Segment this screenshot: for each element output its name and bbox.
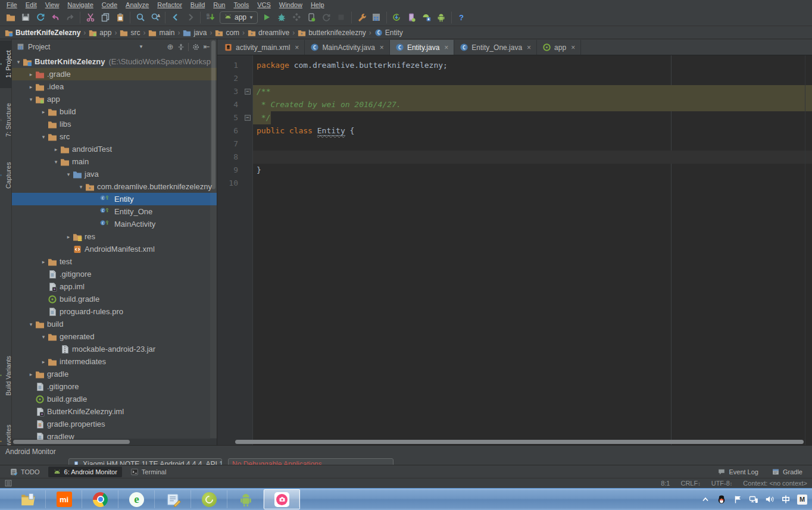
tree-row-build[interactable]: ▸build (12, 105, 217, 118)
editor-tab-entity-one-java[interactable]: CEntity_One.java× (454, 40, 537, 55)
tool-window-button-terminal[interactable]: Terminal (126, 467, 171, 477)
tree-row-app-iml[interactable]: app.iml (12, 280, 217, 293)
code-line-5[interactable]: */ (253, 111, 812, 124)
synchronize-button[interactable] (33, 11, 48, 24)
stripe-tab-7-structure[interactable]: 7: Structure (0, 90, 12, 150)
tree-row-idea[interactable]: ▸.idea (12, 80, 217, 93)
menu-item-edit[interactable]: Edit (21, 1, 41, 8)
tree-collapse-icon[interactable]: ▸ (39, 109, 48, 115)
tree-row-generated[interactable]: ▾generated (12, 330, 217, 343)
tree-row-gitignore[interactable]: .gitignore (12, 380, 217, 393)
tree-row-gradle[interactable]: ▸.gradle (12, 68, 217, 80)
taskbar-button-android-device-monitor[interactable] (227, 489, 264, 510)
tree-expand-icon[interactable]: ▾ (27, 321, 35, 327)
tree-row-app[interactable]: ▾app (12, 93, 217, 105)
tree-row-gradle-properties[interactable]: gradle.properties (12, 418, 217, 430)
tree-row-gradle[interactable]: ▸gradle (12, 368, 217, 380)
device-selector-dropdown[interactable]: Xiaomi HM NOTE 1LTE Android 4.4.4, API 1… (68, 458, 222, 465)
nav-back-button[interactable] (168, 11, 183, 24)
tree-expand-icon[interactable]: ▾ (39, 134, 48, 140)
stripe-tab-captures[interactable]: Captures (0, 152, 12, 199)
tree-collapse-icon[interactable]: ▸ (27, 71, 35, 77)
tree-expand-icon[interactable]: ▾ (27, 96, 35, 102)
tree-row-mockable-android-23-jar[interactable]: mockable-android-23.jar (12, 343, 217, 355)
menu-item-window[interactable]: Window (275, 1, 307, 8)
breadcrumb-item-entity[interactable]: CEntity (374, 29, 403, 37)
help-button[interactable]: ? (454, 11, 469, 24)
tray-ime-mode-icon[interactable]: M (797, 495, 807, 505)
close-icon[interactable]: × (295, 43, 299, 52)
editor-tab-entity-java[interactable]: CEntity.java× (390, 40, 454, 55)
device-monitor-button[interactable] (434, 11, 449, 24)
tree-row-proguard-rules-pro[interactable]: proguard-rules.pro (12, 305, 217, 318)
scroll-to-source-icon[interactable]: ⊕ (165, 42, 176, 52)
attach-debugger-button[interactable] (304, 11, 319, 24)
code-line-4[interactable]: * Created by wei on 2016/4/27. (253, 98, 812, 111)
menu-item-tools[interactable]: Tools (229, 1, 253, 8)
editor-tab-activity-main-xml[interactable]: activity_main.xml× (218, 40, 305, 55)
copy-button[interactable] (98, 11, 113, 24)
taskbar-button-notepad[interactable] (155, 489, 191, 510)
project-structure-button[interactable] (369, 11, 384, 24)
tree-row-libs[interactable]: libs (12, 118, 217, 130)
menu-item-help[interactable]: Help (307, 1, 329, 8)
tree-row-build[interactable]: ▾build (12, 318, 217, 330)
cut-button[interactable] (83, 11, 98, 24)
tree-row-intermediates[interactable]: ▸intermediates (12, 355, 217, 368)
encoding-selector[interactable]: UTF-8↕ (711, 480, 733, 487)
tree-collapse-icon[interactable]: ▸ (64, 234, 73, 240)
process-selector-dropdown[interactable]: No Debuggable Applications (228, 458, 393, 465)
tray-action-center-icon[interactable] (733, 495, 742, 504)
code-line-3[interactable]: /** (253, 85, 812, 98)
tree-row-androidtest[interactable]: ▸androidTest (12, 143, 217, 155)
tree-row-androidmanifest-xml[interactable]: AndroidManifest.xml (12, 243, 217, 255)
sdk-manager-button[interactable] (419, 11, 434, 24)
tree-collapse-icon[interactable]: ▸ (27, 371, 35, 377)
sync-gradle-button[interactable] (389, 11, 404, 24)
code-line-1[interactable]: package com.dreamlive.butterknifezelezny… (253, 59, 812, 72)
tree-row-entity-one[interactable]: CEntity_One (12, 205, 217, 218)
breadcrumb-item-butterknifezelezny[interactable]: ButterKnifeZelezny (5, 29, 80, 37)
tree-row-butterknifezelezny[interactable]: ▾ButterKnifeZelezny(E:\StudioWorkSpace\W… (12, 55, 217, 68)
project-tree-horizontal-scrollbar[interactable] (12, 439, 217, 445)
tray-qq-icon[interactable] (717, 495, 726, 504)
code-line-9[interactable]: } (253, 164, 812, 177)
menu-item-navigate[interactable]: Navigate (63, 1, 97, 8)
taskbar-button-sogou-browser[interactable]: e (118, 489, 155, 510)
debug-button[interactable] (274, 11, 289, 24)
editor-tab-mainactivity-java[interactable]: CMainActivity.java× (305, 40, 390, 55)
close-icon[interactable]: × (380, 43, 384, 52)
close-icon[interactable]: × (527, 43, 531, 52)
menu-item-analyze[interactable]: Analyze (121, 1, 153, 8)
tree-row-gitignore[interactable]: .gitignore (12, 268, 217, 280)
settings-button[interactable] (354, 11, 369, 24)
line-separator-selector[interactable]: CRLF↕ (680, 480, 700, 487)
breadcrumb-item-app[interactable]: app (89, 29, 111, 37)
close-icon[interactable]: × (444, 43, 448, 52)
undo-button[interactable] (48, 11, 63, 24)
tray-show-hidden-icons-icon[interactable] (701, 495, 710, 504)
tree-row-butterknifezelezny-iml[interactable]: ButterKnifeZelezny.iml (12, 405, 217, 418)
project-tree-vertical-scrollbar[interactable] (210, 39, 217, 438)
tray-volume-icon[interactable] (765, 495, 774, 504)
tool-window-button-6-android-monitor[interactable]: 6: Android Monitor (48, 467, 122, 477)
close-icon[interactable]: × (571, 43, 575, 52)
tree-expand-icon[interactable]: ▾ (39, 334, 48, 340)
tree-expand-icon[interactable]: ▾ (14, 59, 23, 65)
taskbar-button-camera[interactable] (264, 489, 300, 509)
tool-window-button-todo[interactable]: TODO (5, 467, 45, 477)
toggle-stripes-icon[interactable] (5, 480, 12, 487)
stripe-tab-1-project[interactable]: 1: Project (0, 40, 12, 88)
tree-row-res[interactable]: ▸res (12, 230, 217, 243)
tool-window-button-gradle[interactable]: Gradle (767, 467, 807, 477)
code-line-8[interactable] (253, 151, 812, 164)
code-line-6[interactable]: public class Entity { (253, 124, 812, 137)
tray-ime-chinese-icon[interactable] (781, 495, 791, 504)
make-project-button[interactable]: 0110 (203, 11, 218, 24)
tree-expand-icon[interactable]: ▾ (52, 159, 60, 165)
gear-icon[interactable] (190, 42, 201, 52)
menu-item-view[interactable]: View (41, 1, 64, 8)
editor-horizontal-scrollbar[interactable] (235, 439, 804, 445)
breadcrumb-item-butterknifezelezny[interactable]: butterknifezelezny (298, 29, 366, 37)
editor-vertical-scrollbar[interactable] (805, 55, 812, 445)
